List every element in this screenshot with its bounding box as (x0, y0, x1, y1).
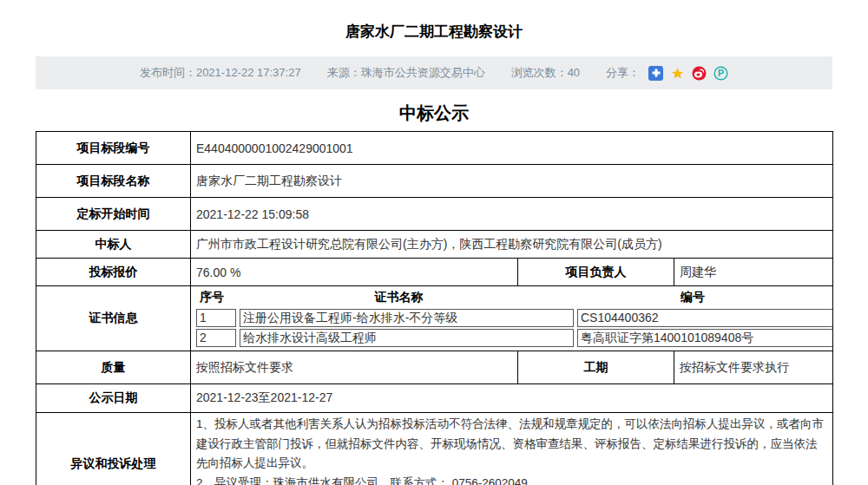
certificates-header: 序号 证书名称 编号 (196, 288, 827, 308)
cert-no-box: 2 (196, 329, 236, 347)
publish-time-value: 2021-12-22 17:37:27 (196, 66, 301, 79)
share-icons: ★ P (648, 66, 728, 81)
row-label: 中标人 (36, 231, 191, 259)
certificate-row: 1 注册公用设备工程师-给水排水-不分等级 CS104400362 (196, 309, 827, 327)
cert-col-no: 序号 (196, 290, 240, 305)
share-plus-icon[interactable] (648, 66, 663, 81)
row-label: 项目标段编号 (36, 132, 191, 165)
view-count-label: 浏览次数： (511, 66, 568, 79)
row-label: 定标开始时间 (36, 198, 191, 231)
table-row: 质量 按照招标文件要求 工期 按招标文件要求执行 (36, 351, 833, 384)
section-number-value: E4404000001002429001001 (191, 132, 833, 165)
share-label: 分享： (606, 65, 640, 81)
view-count: 浏览次数：40 (511, 65, 580, 81)
share-group: 分享： ★ P (606, 65, 728, 81)
table-row: 项目标段名称 唐家水厂二期工程勘察设计 (36, 165, 833, 198)
meta-bar: 发布时间：2021-12-22 17:37:27 来源：珠海市公共资源交易中心 … (36, 56, 832, 89)
publicity-date-value: 2021-12-23至2021-12-27 (191, 384, 833, 413)
duration-value: 按招标文件要求执行 (674, 351, 833, 384)
announcement-table: 项目标段编号 E4404000001002429001001 项目标段名称 唐家… (36, 131, 833, 485)
cert-code-box: CS104400362 (577, 309, 833, 327)
row-label: 异议和投诉处理 (36, 413, 191, 485)
objection-line-1: 1、投标人或者其他利害关系人认为招标投标活动不符合法律、法规和规章规定的，可以依… (196, 415, 827, 474)
publish-time-label: 发布时间： (140, 66, 196, 79)
section-name-value: 唐家水厂二期工程勘察设计 (191, 165, 833, 198)
source: 来源：珠海市公共资源交易中心 (327, 65, 485, 81)
row-label: 项目负责人 (518, 259, 674, 286)
objection-cell: 1、投标人或者其他利害关系人认为招标投标活动不符合法律、法规和规章规定的，可以依… (191, 413, 833, 485)
source-value: 珠海市公共资源交易中心 (361, 66, 485, 79)
table-row: 项目标段编号 E4404000001002429001001 (36, 132, 833, 165)
row-label: 质量 (36, 351, 191, 384)
row-label: 公示日期 (36, 384, 191, 413)
announcement-heading: 中标公示 (0, 102, 868, 125)
row-label: 投标报价 (36, 259, 191, 286)
row-label: 项目标段名称 (36, 165, 191, 198)
winner-value: 广州市市政工程设计研究总院有限公司(主办方)，陕西工程勘察研究院有限公司(成员方… (191, 231, 833, 259)
quality-value: 按照招标文件要求 (191, 351, 518, 384)
certificates-cell: 序号 证书名称 编号 1 注册公用设备工程师-给水排水-不分等级 CS10440… (191, 286, 833, 351)
cert-name-box: 注册公用设备工程师-给水排水-不分等级 (240, 309, 574, 327)
row-label: 工期 (518, 351, 674, 384)
cert-code-box: 粤高职证字第1400101089408号 (577, 329, 833, 347)
friends-p-icon[interactable]: P (713, 66, 728, 81)
table-row: 证书信息 序号 证书名称 编号 1 注册公用设备工程师-给水排水-不分等级 CS… (36, 286, 833, 351)
publish-time: 发布时间：2021-12-22 17:37:27 (140, 65, 301, 81)
source-label: 来源： (327, 66, 361, 79)
table-row: 中标人 广州市市政工程设计研究总院有限公司(主办方)，陕西工程勘察研究院有限公司… (36, 231, 833, 259)
weibo-icon[interactable] (692, 66, 707, 81)
view-count-value: 40 (568, 66, 580, 79)
table-row: 异议和投诉处理 1、投标人或者其他利害关系人认为招标投标活动不符合法律、法规和规… (36, 413, 833, 485)
decision-time-value: 2021-12-22 15:09:58 (191, 198, 833, 231)
cert-col-code: 编号 (558, 290, 827, 305)
table-row: 公示日期 2021-12-23至2021-12-27 (36, 384, 833, 413)
cert-name-box: 给水排水设计高级工程师 (240, 329, 574, 347)
svg-text:P: P (718, 68, 724, 78)
bid-price-value: 76.00 % (191, 259, 518, 286)
page: 唐家水厂二期工程勘察设计 发布时间：2021-12-22 17:37:27 来源… (0, 0, 868, 485)
qzone-star-icon[interactable]: ★ (670, 66, 685, 81)
table-row: 定标开始时间 2021-12-22 15:09:58 (36, 198, 833, 231)
page-title: 唐家水厂二期工程勘察设计 (0, 0, 868, 42)
project-leader-value: 周建华 (674, 259, 833, 286)
objection-line-2: 2、异议受理：珠海市供水有限公司 联系方式： 0756-2602049 (196, 474, 827, 485)
table-row: 投标报价 76.00 % 项目负责人 周建华 (36, 259, 833, 286)
cert-col-name: 证书名称 (240, 290, 558, 305)
cert-no-box: 1 (196, 309, 236, 327)
certificate-row: 2 给水排水设计高级工程师 粤高职证字第1400101089408号 (196, 329, 827, 347)
row-label: 证书信息 (36, 286, 191, 351)
